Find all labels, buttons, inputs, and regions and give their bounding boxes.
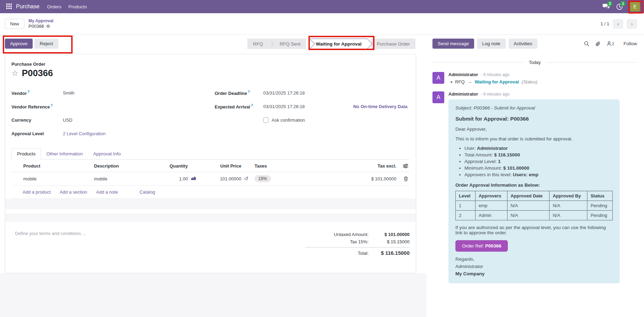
- line-subtotal: $ 101.00000: [298, 172, 398, 186]
- col-description[interactable]: Description: [93, 160, 148, 172]
- reject-button[interactable]: Reject: [34, 39, 58, 49]
- status-step-rfq[interactable]: RFQ: [247, 39, 269, 49]
- pager-next-button[interactable]: ›: [627, 19, 637, 29]
- chatter-message: A Administrator - 9 minutes ago • RFQ → …: [432, 72, 637, 84]
- col-product[interactable]: Product: [22, 160, 93, 172]
- vendor-value[interactable]: Smith: [63, 90, 74, 96]
- currency-label: Currency: [11, 117, 63, 123]
- followers-count: 2: [612, 42, 614, 46]
- approval-table-row: 1emp N/AN/A Pending: [456, 201, 613, 211]
- activities-button[interactable]: Activities: [509, 39, 537, 49]
- user-avatar[interactable]: E: [630, 2, 640, 11]
- tab-approval-info[interactable]: Approval Info: [88, 148, 126, 159]
- email-company: My Company: [455, 270, 613, 278]
- followers-icon[interactable]: 2: [606, 41, 614, 46]
- tracking-new-value[interactable]: Waiting for Approval: [475, 79, 519, 84]
- line-unit-price[interactable]: 101.00000: [201, 172, 243, 186]
- purchase-order-sheet: Purchase Order ☆ P00366 Vendor? Smith Ve…: [5, 54, 416, 273]
- email-outro: If you are authorized as per the approva…: [455, 225, 613, 235]
- status-chevron-icon: [269, 39, 274, 49]
- line-quantity[interactable]: 1.00: [148, 172, 189, 186]
- activities-clock-icon[interactable]: 1: [616, 3, 623, 10]
- menu-products[interactable]: Products: [68, 4, 87, 9]
- approval-table-header-row: Level Approvers Approved Date Approved B…: [456, 191, 613, 201]
- empty-line-row: [5, 199, 416, 209]
- email-subject: Subject: P00366 - Submit for Approval: [455, 105, 613, 111]
- expected-arrival-value[interactable]: 03/31/2025 17:26:18: [263, 104, 305, 109]
- col-taxes[interactable]: Taxes: [253, 160, 298, 172]
- vendor-reference-field: Vendor Reference?: [11, 100, 215, 113]
- order-deadline-label: Order Deadline: [215, 91, 247, 96]
- activities-badge: 1: [620, 1, 626, 6]
- favorite-star-icon[interactable]: ☆: [11, 70, 18, 77]
- email-detail-list: User: Administrator Total Amount: $ 116.…: [464, 146, 613, 177]
- status-step-rfq-sent[interactable]: RFQ Sent: [274, 39, 306, 49]
- approve-button[interactable]: Approve: [5, 39, 33, 49]
- attachments-paperclip-icon[interactable]: [595, 41, 601, 47]
- help-icon: ?: [51, 104, 53, 107]
- status-step-purchase-order[interactable]: Purchase Order: [371, 39, 415, 49]
- add-a-note-link[interactable]: Add a note: [96, 189, 118, 195]
- app-name[interactable]: Purchase: [16, 3, 40, 10]
- col-quantity[interactable]: Quantity: [148, 160, 189, 172]
- approval-table-row: 2Admin N/AN/A Pending: [456, 211, 613, 220]
- delete-line-icon[interactable]: [399, 176, 408, 181]
- message-author[interactable]: Administrator: [448, 91, 478, 97]
- col-unit-price[interactable]: Unit Price: [201, 160, 243, 172]
- terms-placeholder[interactable]: Define your terms and conditions ...: [11, 231, 86, 257]
- forecast-chart-icon[interactable]: [191, 176, 196, 180]
- currency-value[interactable]: USD: [63, 117, 72, 123]
- follow-button[interactable]: Follow: [624, 41, 637, 46]
- lines-header-row: Product Description Quantity Unit Price …: [11, 160, 410, 172]
- col-tax-excl[interactable]: Tax excl.: [298, 160, 398, 172]
- order-ref-button[interactable]: Order Ref: P00366: [455, 240, 508, 252]
- price-history-icon[interactable]: ↺: [244, 176, 249, 181]
- line-add-links: Add a product Add a section Add a note C…: [11, 186, 410, 199]
- line-taxes-badge[interactable]: 15%: [255, 175, 271, 182]
- message-avatar[interactable]: A: [432, 72, 444, 84]
- content-background: [0, 273, 427, 317]
- ask-confirmation-checkbox[interactable]: [263, 117, 269, 123]
- email-detail-item: Approval Level: 1: [464, 159, 613, 164]
- breadcrumb-record-name: P00366: [28, 24, 44, 29]
- breadcrumb: My Approval P00366 ⚙: [28, 18, 53, 29]
- approval-level-field: Approval Level 2 Level Configuration: [11, 127, 215, 140]
- messages-icon[interactable]: 3: [602, 3, 610, 10]
- actions-gear-icon[interactable]: ⚙: [46, 24, 50, 29]
- order-deadline-value[interactable]: 03/31/2025 17:26:18: [263, 90, 305, 96]
- search-messages-icon[interactable]: [584, 41, 589, 47]
- pager-previous-button[interactable]: ‹: [613, 19, 623, 29]
- tax-label: Tax 15%:: [350, 239, 369, 244]
- control-panel: New My Approval P00366 ⚙ 1 / 1 ‹ ›: [0, 13, 644, 35]
- expected-arrival-label: Expected Arrival: [215, 104, 250, 109]
- message-avatar[interactable]: A: [432, 91, 444, 103]
- approval-level-link[interactable]: 2 Level Configuration: [63, 131, 106, 136]
- optional-columns-icon[interactable]: [399, 164, 408, 168]
- line-description[interactable]: mobile: [93, 172, 148, 186]
- catalog-link[interactable]: Catalog: [140, 189, 155, 195]
- message-time: - 9 minutes ago: [481, 72, 510, 77]
- order-line-row[interactable]: mobile mobile 1.00 101.00000 ↺ 15% $ 101…: [11, 172, 410, 186]
- notebook-tabs: Products Other Information Approval Info: [11, 148, 410, 160]
- untaxed-amount-label: Untaxed Amount:: [334, 232, 369, 237]
- apps-grid-icon[interactable]: [6, 3, 13, 10]
- help-icon: ?: [248, 90, 250, 94]
- add-a-section-link[interactable]: Add a section: [60, 189, 87, 195]
- order-deadline-field: Order Deadline? 03/31/2025 17:26:18: [215, 86, 410, 100]
- menu-orders[interactable]: Orders: [47, 4, 61, 9]
- status-step-waiting-for-approval[interactable]: Waiting for Approval: [310, 39, 367, 49]
- add-a-product-link[interactable]: Add a product: [23, 189, 51, 195]
- message-author[interactable]: Administrator: [448, 72, 478, 77]
- breadcrumb-parent[interactable]: My Approval: [28, 18, 53, 24]
- arrow-right-icon: →: [468, 79, 472, 84]
- line-product[interactable]: mobile: [22, 172, 93, 186]
- untaxed-amount-value: $ 101.00000: [369, 232, 410, 237]
- email-message-card: Subject: P00366 - Submit for Approval Su…: [448, 99, 620, 283]
- empty-line-row: [5, 213, 416, 222]
- on-time-delivery-link[interactable]: No On-time Delivery Data: [353, 104, 407, 109]
- send-message-button[interactable]: Send message: [432, 39, 474, 49]
- tab-other-information[interactable]: Other Information: [41, 148, 88, 159]
- tab-products[interactable]: Products: [11, 148, 41, 160]
- log-note-button[interactable]: Log note: [477, 39, 506, 49]
- new-button[interactable]: New: [5, 19, 24, 29]
